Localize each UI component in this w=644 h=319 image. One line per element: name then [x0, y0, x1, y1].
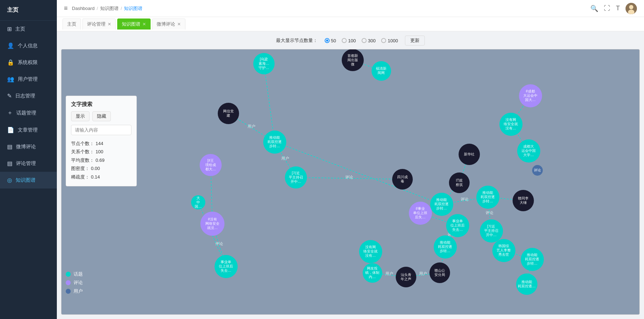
graph-node-13[interactable]: 赣同李 大锤	[513, 190, 534, 211]
sidebar-item-label: 知识图谱	[16, 177, 36, 184]
graph-node-5[interactable]: 推动能 耗双控逐 步转…	[263, 131, 286, 154]
search-panel-title: 文字搜索	[71, 101, 131, 108]
graph-node-7[interactable]: [习近 平主持召 开中…	[285, 166, 307, 188]
sidebar-item-topics[interactable]: ＋ 话题管理	[0, 104, 57, 122]
svg-text:用户: 用户	[281, 156, 289, 160]
node-count-value: 144	[96, 139, 103, 148]
sidebar-item-users[interactable]: 👥 用户管理	[0, 71, 57, 87]
graph-node-27[interactable]: 推动能 耗双控逐…	[516, 273, 537, 295]
graph-node-20[interactable]: 没有网 络安全就 没有…	[359, 240, 382, 263]
avatar[interactable]	[626, 3, 637, 14]
search-input[interactable]	[71, 125, 131, 135]
radio-label-100: 100	[348, 38, 356, 43]
sidebar-item-permissions[interactable]: 🔒 系统权限	[0, 54, 57, 71]
legend-comment-dot	[66, 280, 71, 285]
graph-controls-label: 最大显示节点数量：	[276, 37, 318, 44]
graph-node-16[interactable]: [习近 平主持召 开中…	[480, 219, 503, 243]
graph-node-8[interactable]: 四川成 毒	[392, 169, 413, 190]
graph-node-23[interactable]: 推动能 耗双控逐 步转…	[521, 248, 544, 271]
graph-node-15[interactable]: 事业单 位上班后 失去…	[446, 214, 469, 237]
graph-canvas[interactable]: 用户用户评论评论用户用户评论评论评论 文字搜索 显示 隐藏 节点个数： 144 …	[61, 49, 640, 315]
graph-node-29[interactable]: 没有网 络安全就 没有…	[499, 113, 523, 136]
svg-text:评论: 评论	[345, 175, 353, 179]
sidebar-item-articles[interactable]: 📄 文章管理	[0, 122, 57, 138]
breadcrumb-knowledge[interactable]: 知识图谱	[100, 5, 119, 12]
sidebar-item-comments[interactable]: ▤ 评论管理	[0, 155, 57, 172]
graph-node-19[interactable]: 事业单 位上班后 失去…	[215, 255, 238, 278]
legend-user: 用户	[66, 288, 83, 294]
edit-icon: ✎	[7, 92, 12, 99]
legend-topic-dot	[66, 272, 71, 277]
tab-comment-mgmt-close[interactable]: ✕	[108, 22, 111, 27]
graph-node-17[interactable]: #没有 网络安全 就没…	[200, 212, 224, 236]
svg-point-1	[629, 5, 633, 9]
sidebar-item-logs[interactable]: ✎ 日志管理	[0, 87, 57, 104]
settings-icon[interactable]: T	[616, 5, 620, 12]
relation-count-label: 关系个数：	[71, 148, 94, 156]
sidebar-item-weibo[interactable]: ▤ 微博评论	[0, 138, 57, 155]
legend-comment: 评论	[66, 280, 83, 286]
graph-node-2[interactable]: 首都新 闻出版 微	[342, 49, 364, 71]
radio-label-1000: 1000	[388, 38, 398, 43]
radio-50[interactable]: 50	[325, 38, 336, 43]
menu-icon[interactable]: ≡	[64, 5, 68, 12]
svg-text:评论: 评论	[215, 241, 223, 246]
graph-node-22[interactable]: 韩国综 艺人李整 秀去世	[492, 239, 515, 262]
header: ≡ Dashboard / 知识图谱 / 知识图谱 🔍 ⛶ T	[57, 0, 644, 17]
density-label: 图密度：	[71, 164, 90, 172]
node-count-label: 节点个数：	[71, 139, 94, 148]
profile-icon: 👤	[7, 42, 14, 49]
graph-node-28[interactable]: #成都 大运会中 国大…	[519, 84, 542, 107]
radio-100[interactable]: 100	[342, 38, 356, 43]
graph-node-12[interactable]: 推动能 耗双控逐 步转…	[476, 186, 499, 209]
graph-node-3[interactable]: 福清新 闻网	[372, 61, 391, 81]
knowledge-icon: ◎	[7, 177, 12, 184]
sparsity-value: 0.14	[91, 173, 100, 181]
sidebar-item-label: 用户管理	[18, 76, 38, 83]
header-right: 🔍 ⛶ T	[590, 3, 637, 14]
graph-node-14[interactable]: #事业 单位上班 后失…	[409, 202, 432, 225]
tab-home[interactable]: 主页	[63, 18, 81, 30]
sidebar-item-label: 评论管理	[16, 160, 36, 167]
graph-node-1[interactable]: [乌梁 素海… 守护…	[253, 53, 275, 74]
graph-node-6[interactable]: [#王 境给成 都大…	[200, 154, 222, 176]
legend-comment-label: 评论	[74, 280, 83, 286]
graph-node-11[interactable]: 推动能 耗双控逐 步转…	[430, 193, 453, 216]
graph-node-9[interactable]: 新华社	[459, 144, 480, 165]
graph-node-31[interactable]: 评论	[532, 165, 543, 176]
sidebar-item-home[interactable]: ⊞ 主页	[0, 21, 57, 37]
graph-node-30[interactable]: 成都大 运会中国 大学…	[517, 139, 540, 163]
sidebar-item-profile[interactable]: 👤 个人信息	[0, 37, 57, 54]
sparsity-label: 稀疏度：	[71, 173, 90, 181]
graph-node-24[interactable]: 网友投 稿，体制 内…	[363, 263, 382, 283]
graph-edges-svg: 用户用户评论评论用户用户评论评论评论	[61, 49, 639, 314]
tab-knowledge-graph[interactable]: 知识图谱 ✕	[117, 18, 151, 30]
sidebar-item-label: 日志管理	[15, 93, 35, 99]
search-panel: 文字搜索 显示 隐藏 节点个数： 144 关系个数： 100	[66, 96, 137, 186]
radio-1000[interactable]: 1000	[381, 38, 398, 43]
show-button[interactable]: 显示	[71, 111, 90, 121]
graph-node-4[interactable]: 网信党 建	[218, 103, 239, 124]
radio-300[interactable]: 300	[362, 38, 376, 43]
breadcrumb-sep-2: /	[121, 6, 122, 11]
svg-text:评论: 评论	[486, 211, 493, 215]
graph-node-26[interactable]: 赣山公 安分局	[429, 262, 450, 283]
graph-node-25[interactable]: 汕头青 年之声	[396, 267, 416, 287]
breadcrumb-dashboard[interactable]: Dashboard	[72, 6, 95, 11]
search-icon[interactable]: 🔍	[590, 5, 598, 12]
tab-knowledge-graph-close[interactable]: ✕	[142, 22, 146, 27]
update-button[interactable]: 更新	[405, 36, 425, 46]
avg-degree-label: 平均度数：	[71, 156, 94, 164]
tab-weibo-comment-close[interactable]: ✕	[177, 22, 181, 27]
tab-comment-mgmt[interactable]: 评论管理 ✕	[82, 18, 116, 30]
svg-line-7	[296, 177, 402, 179]
sidebar-item-label: 文章管理	[18, 127, 38, 133]
graph-node-21[interactable]: 推动能 耗双控逐 步转…	[434, 235, 457, 259]
tab-comment-mgmt-label: 评论管理	[87, 21, 105, 27]
graph-node-18[interactable]: 大 中 国…	[191, 195, 205, 209]
tab-weibo-comment[interactable]: 微博评论 ✕	[152, 18, 185, 30]
sidebar-item-knowledge[interactable]: ◎ 知识图谱	[0, 172, 57, 188]
graph-node-10[interactable]: IT观 察筑	[449, 172, 470, 193]
fullscreen-icon[interactable]: ⛶	[604, 5, 610, 12]
hide-button[interactable]: 隐藏	[92, 111, 111, 121]
